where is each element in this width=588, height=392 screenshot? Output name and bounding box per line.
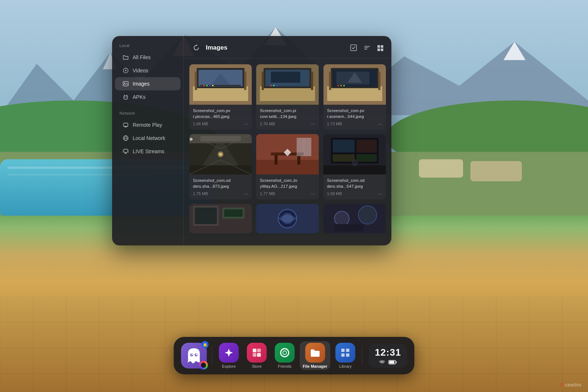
svg-rect-51 [244, 72, 246, 90]
taskbar-app-friends[interactable]: Friends [272, 341, 298, 370]
remote-icon [122, 122, 129, 128]
svg-point-56 [212, 85, 214, 86]
svg-rect-138 [396, 361, 397, 363]
taskbar-app-explore[interactable]: Explore [216, 341, 242, 370]
file-thumbnail [256, 64, 319, 105]
file-meta: 1.73 MB ··· [327, 121, 382, 127]
mascot-container[interactable]: 🔔 [181, 343, 207, 368]
sidebar-item-apks[interactable]: APKs [115, 90, 180, 104]
svg-rect-107 [323, 165, 386, 175]
status-icons [379, 360, 397, 365]
file-info: Screenshot_com.odders.sha...547.jpeg 1.5… [323, 175, 386, 199]
view-toggle-button[interactable] [377, 44, 384, 51]
file-more-button[interactable]: ··· [244, 191, 248, 197]
file-card[interactable]: Screenshot_com.odders.sha...547.jpeg 1.5… [323, 134, 386, 199]
explore-app-icon [219, 343, 239, 363]
file-thumbnail [323, 204, 386, 233]
file-card[interactable]: Screenshot_com.odders.sha...873.jpeg 1.7… [189, 134, 252, 199]
svg-rect-42 [377, 48, 380, 51]
file-card[interactable]: Screenshot_com.JoyWay.AG...217.jpeg 1.77… [256, 134, 319, 199]
clock-widget: 12:31 [369, 344, 407, 368]
file-name: Screenshot_com.pvr.scenem...544.jpeg [327, 108, 382, 119]
svg-rect-103 [333, 140, 355, 152]
svg-point-55 [209, 85, 211, 86]
file-card[interactable] [189, 204, 252, 233]
file-more-button[interactable]: ··· [311, 191, 315, 197]
taskbar-app-store[interactable]: Store [244, 341, 270, 370]
scroll-indicator [190, 138, 193, 141]
file-thumbnail [323, 64, 386, 105]
header-left: Images [191, 43, 227, 53]
file-card[interactable]: Screenshot_com.picovr.setti...134.jpeg 1… [256, 64, 319, 130]
svg-point-77 [340, 85, 342, 86]
svg-rect-112 [195, 208, 217, 224]
sidebar-item-local-network[interactable]: Local Network [115, 132, 180, 145]
svg-point-132 [283, 351, 287, 355]
svg-point-76 [337, 85, 339, 86]
apks-label: APKs [133, 94, 146, 100]
svg-rect-95 [275, 155, 277, 165]
friends-app-icon [275, 343, 295, 363]
svg-rect-104 [356, 140, 377, 152]
sidebar-item-live-streams[interactable]: LIVE Streams [115, 145, 180, 158]
taskbar: 🔔 Explore Store Fr [174, 337, 415, 374]
header-actions [350, 44, 384, 51]
refresh-button[interactable] [191, 43, 201, 53]
svg-rect-83 [200, 136, 241, 141]
svg-rect-128 [257, 349, 261, 352]
images-label: Images [133, 81, 150, 87]
file-info: Screenshot_com.pvr.picocas...465.jpeg 1.… [189, 105, 252, 130]
file-more-button[interactable]: ··· [378, 191, 382, 197]
file-size: 1.70 MB [260, 122, 275, 126]
svg-rect-64 [311, 72, 313, 90]
file-manager-label: File Manager [303, 364, 327, 368]
svg-rect-50 [195, 72, 197, 90]
file-meta: 1.77 MB ··· [260, 191, 315, 197]
watermark: P·cketlint [560, 382, 581, 388]
file-info: Screenshot_com.picovr.setti...134.jpeg 1… [256, 105, 319, 130]
sidebar-item-all-files[interactable]: All Files [115, 51, 180, 64]
svg-point-54 [206, 85, 208, 86]
image-icon [122, 80, 129, 87]
file-size: 1.77 MB [260, 191, 275, 196]
svg-point-125 [191, 354, 193, 355]
file-name: Screenshot_com.JoyWay.AG...217.jpeg [260, 177, 315, 189]
svg-point-120 [334, 211, 349, 226]
sidebar-item-images[interactable]: Images [115, 77, 180, 90]
file-manager-window: Local All Files Videos [112, 36, 391, 245]
file-size: 1.66 MB [193, 122, 208, 126]
svg-rect-74 [329, 72, 331, 90]
sort-button[interactable] [363, 44, 371, 51]
file-more-button[interactable]: ··· [311, 121, 315, 127]
notification-badge: 🔔 [201, 341, 209, 348]
svg-rect-45 [193, 86, 248, 101]
file-name: Screenshot_com.odders.sha...547.jpeg [327, 177, 382, 189]
svg-point-25 [126, 97, 127, 98]
svg-point-22 [124, 83, 125, 84]
file-manager-app-icon [305, 343, 325, 363]
main-content: Images [184, 36, 391, 245]
file-card[interactable]: Screenshot_com.pvr.scenem...544.jpeg 1.7… [323, 64, 386, 130]
svg-rect-58 [260, 86, 315, 101]
file-card[interactable]: Screenshot_com.pvr.picocas...465.jpeg 1.… [189, 64, 252, 130]
file-grid: Screenshot_com.pvr.picocas...465.jpeg 1.… [184, 59, 391, 245]
store-app-icon [247, 343, 267, 363]
live-icon [122, 148, 129, 155]
svg-point-90 [219, 153, 222, 156]
sidebar-item-remote-play[interactable]: Remote Play [115, 118, 180, 132]
file-more-button[interactable]: ··· [244, 121, 248, 127]
library-label: Library [339, 364, 352, 368]
file-size: 1.58 MB [327, 191, 342, 196]
file-meta: 1.66 MB ··· [193, 121, 248, 127]
taskbar-app-file-manager[interactable]: File Manager [300, 341, 330, 370]
svg-point-65 [270, 85, 272, 86]
file-card[interactable] [256, 204, 319, 233]
folder-icon [122, 54, 129, 61]
select-button[interactable] [350, 44, 358, 51]
taskbar-app-library[interactable]: Library [333, 341, 358, 370]
file-more-button[interactable]: ··· [378, 121, 382, 127]
svg-rect-75 [378, 72, 380, 90]
sidebar-item-videos[interactable]: Videos [115, 64, 180, 77]
file-card[interactable] [323, 204, 386, 233]
file-name: Screenshot_com.picovr.setti...134.jpeg [260, 108, 315, 119]
